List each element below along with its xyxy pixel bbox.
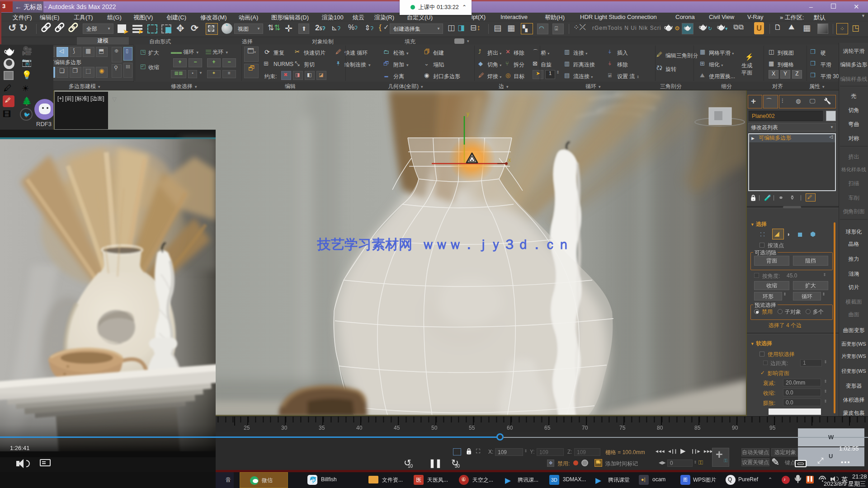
svg-text:ｗｗｗ．ｊｙ３ｄ．ｃｎ: ｗｗｗ．ｊｙ３ｄ．ｃｎ xyxy=(421,237,571,252)
svg-text:[+] [前] [标准] [边面]: [+] [前] [标准] [边面] xyxy=(57,95,104,102)
svg-text:y: y xyxy=(467,111,469,117)
svg-text:x: x xyxy=(508,157,511,163)
svg-text:技艺学习素材网: 技艺学习素材网 xyxy=(316,237,412,252)
svg-text:▽: ▽ xyxy=(112,96,117,103)
